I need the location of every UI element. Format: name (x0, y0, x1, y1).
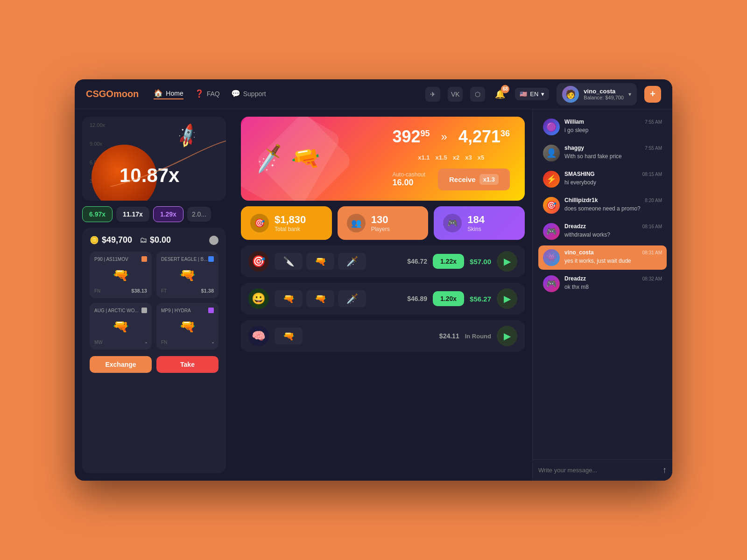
chat-msg-dreadzz1: 🎮 Dreadzz 08:16 AM withdrawal works? (538, 219, 667, 244)
user-chevron-icon: ▾ (628, 91, 631, 98)
chat-time-chilli: 8:20 AM (645, 198, 662, 203)
chat-username-dreadzz2: Dreadzz (564, 275, 586, 282)
skin-tag-aug (141, 308, 147, 313)
home-icon: 🏠 (154, 89, 163, 98)
mult-badge-more[interactable]: 2.0... (187, 207, 211, 222)
mult-opt-3[interactable]: x3 (465, 154, 472, 161)
chat-msg-dreadzz2: 🎮 Dreadzz 08:32 AM ok thx m8 (538, 272, 667, 296)
nav-support-label: Support (243, 90, 266, 98)
game-row-1-mult[interactable]: 1.22x (433, 254, 464, 269)
multiplier-history: 6.97x 11.17x 1.29x 2.0... (82, 206, 226, 222)
chat-header-shaggy: shaggy 7:55 AM (564, 145, 662, 151)
wallet-balance-value: $49,700 (102, 235, 132, 245)
mult-badge-3[interactable]: 1.29x (153, 206, 183, 222)
stat-bank[interactable]: 🎯 $1,830 Total bank (241, 206, 332, 240)
mult-badge-1[interactable]: 6.97x (82, 206, 113, 222)
mult-opt-1-5[interactable]: x1.5 (436, 154, 447, 161)
mult-opt-5[interactable]: x5 (478, 154, 484, 161)
mult-opt-1-1[interactable]: x1.1 (418, 154, 430, 161)
skin-condition-p90: FN (94, 288, 100, 294)
coin-icon: 🪙 (90, 236, 99, 245)
user-info: vino_costa Balance: $49,700 (584, 88, 624, 100)
bank-value: $1,830 (275, 214, 306, 226)
chart-label-12: 12.00x (90, 122, 105, 128)
wallet-options-button[interactable] (209, 236, 218, 245)
discord-icon[interactable]: ⬡ (470, 87, 485, 102)
skin-condition-aug: MW (94, 340, 103, 345)
notifications-button[interactable]: 🔔 68 (493, 87, 507, 102)
chat-body-vino: vino_costa 08:31 AM yes it works, just w… (564, 249, 662, 265)
game-row-2-price: $46.89 (407, 295, 427, 302)
wallet-panel: 🪙 $49,700 🗂 $0.00 P90 | AS11MOV (82, 228, 226, 473)
game-row-3-status: In Round (465, 333, 491, 340)
chat-avatar-dreadzz2: 🎮 (543, 275, 560, 292)
send-message-button[interactable]: ↑ (662, 465, 667, 475)
weapon-3-1: 🔫 (275, 328, 303, 344)
game-row-3-arrow[interactable]: ▶ (497, 326, 517, 346)
skin-img-p90: 🔫 (94, 264, 147, 286)
players-label: Players (371, 226, 390, 232)
nav-home[interactable]: 🏠 Home (154, 89, 183, 99)
chat-time-vino: 08:31 AM (642, 250, 662, 255)
chat-username-william: William (564, 119, 584, 125)
skin-card-mp9[interactable]: MP9 | HYDRA 🔫 FN - (156, 303, 218, 350)
skins-count-value: 184 (467, 214, 485, 226)
notifications-badge: 68 (501, 85, 509, 93)
vk-icon[interactable]: VK (448, 87, 463, 102)
skin-card-aug[interactable]: AUG | ARCTIC WO... 🔫 MW - (90, 303, 152, 350)
receive-button[interactable]: Receive x1.3 (438, 168, 510, 190)
multiplier-options: x1.1 x1.5 x2 x3 x5 (392, 154, 510, 161)
stat-skins-info: 184 Skins (467, 214, 485, 232)
jackpot-value: 4,27136 (458, 127, 510, 147)
chat-body-shaggy: shaggy 7:55 AM With so hard fake price (564, 145, 662, 161)
skin-name-deagle: DESERT EAGLE | B... (161, 257, 208, 262)
chat-username-shaggy: shaggy (564, 145, 584, 151)
chat-text-william: i go sleep (564, 126, 662, 134)
language-selector[interactable]: 🇺🇸 EN ▾ (515, 88, 549, 100)
game-row-3: 🧠 🔫 $24.11 In Round ▶ (241, 320, 525, 352)
chat-body-dreadzz1: Dreadzz 08:16 AM withdrawal works? (564, 223, 662, 239)
stat-skins[interactable]: 🎮 184 Skins (434, 206, 525, 240)
banner-stats: 39295 » 4,27136 x1.1 x1.5 x2 x3 x5 (392, 127, 510, 190)
skin-card-p90[interactable]: P90 | AS11MOV 🔫 FN $38.13 (90, 252, 152, 298)
chat-text-vino: yes it works, just wait dude (564, 257, 662, 265)
weapon-2-2: 🔫 (306, 290, 334, 307)
skin-card-deagle[interactable]: DESERT EAGLE | B... 🔫 FT $1.38 (156, 252, 218, 298)
chat-header-william: William 7:55 AM (564, 119, 662, 125)
receive-label: Receive (449, 175, 476, 183)
center-panel: 🗡️ 🔫 39295 » 4,27136 x1.1 (233, 109, 532, 481)
game-row-3-avatar: 🧠 (248, 326, 269, 346)
chat-text-shaggy: With so hard fake price (564, 153, 662, 161)
add-funds-button[interactable]: + (644, 86, 661, 103)
chat-panel: 🟣 William 7:55 AM i go sleep 👤 shaggy (532, 109, 672, 481)
game-row-2-arrow[interactable]: ▶ (497, 288, 517, 309)
header-right: ✈ VK ⬡ 🔔 68 🇺🇸 EN ▾ 🧑 vino_costa Balance… (425, 83, 661, 105)
stat-players[interactable]: 👥 130 Players (338, 206, 429, 240)
weapon-1-2: 🔫 (306, 253, 334, 270)
banner-numbers: 39295 » 4,27136 (392, 127, 510, 147)
mult-badge-2[interactable]: 11.17x (116, 207, 149, 222)
nav-faq[interactable]: ❓ FAQ (195, 89, 220, 99)
skins-icon: 🎮 (443, 214, 462, 232)
chat-avatar-shaggy: 👤 (543, 145, 560, 161)
banner-gun-icon: 🔫 (289, 143, 322, 175)
take-button[interactable]: Take (156, 356, 218, 373)
skin-info-aug: MW - (94, 339, 147, 345)
exchange-button[interactable]: Exchange (90, 356, 152, 373)
username: vino_costa (584, 88, 624, 95)
chat-msg-vino: 👾 vino_costa 08:31 AM yes it works, just… (538, 245, 667, 270)
game-row-2-win: $56.27 (470, 295, 491, 303)
user-menu[interactable]: 🧑 vino_costa Balance: $49,700 ▾ (557, 83, 637, 105)
chat-input[interactable] (538, 467, 659, 474)
wallet-top: 🪙 $49,700 🗂 $0.00 (90, 235, 218, 245)
nav-home-label: Home (166, 90, 183, 97)
logo[interactable]: CSGOmoon (86, 89, 139, 99)
chat-text-smashing: hi everybody (564, 179, 662, 187)
telegram-icon[interactable]: ✈ (425, 87, 440, 102)
chat-avatar-william: 🟣 (543, 119, 560, 135)
mult-opt-2[interactable]: x2 (453, 154, 459, 161)
game-row-1-arrow[interactable]: ▶ (497, 251, 517, 272)
nav-support[interactable]: 💬 Support (231, 89, 266, 99)
players-value: 130 (371, 214, 390, 226)
game-row-2-mult[interactable]: 1.20x (433, 291, 464, 306)
